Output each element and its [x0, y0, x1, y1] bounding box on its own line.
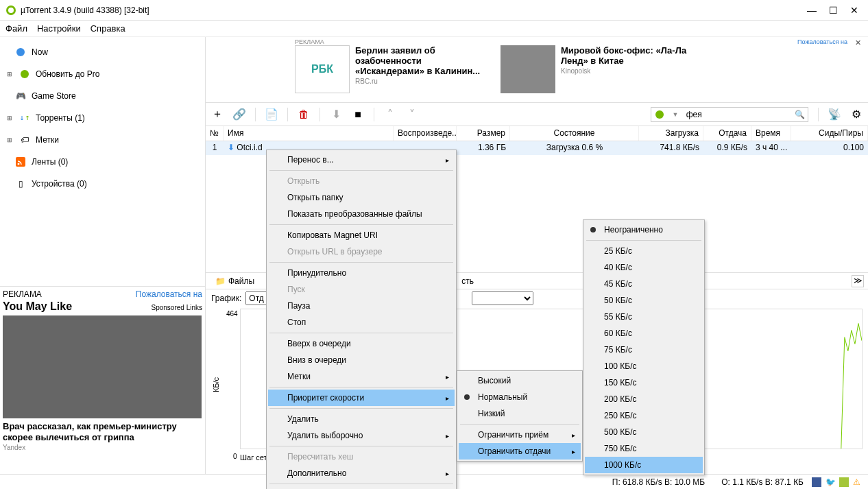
ctx-limit-upload[interactable]: Ограничить отдачи▸ — [459, 443, 581, 460]
menu-file[interactable]: Файл — [5, 23, 27, 34]
move-up-button[interactable]: ˄ — [384, 108, 396, 121]
col-play[interactable]: Воспроизведе... — [394, 126, 457, 141]
tab-files[interactable]: 📁Файлы — [210, 275, 260, 287]
ctx-speed-750[interactable]: 750 КБ/с — [585, 440, 703, 457]
ad-close-icon[interactable]: ✕ — [855, 38, 861, 47]
dropdown-icon[interactable]: ▼ — [667, 111, 683, 118]
search-input[interactable] — [684, 110, 792, 119]
expander-icon[interactable]: ⊞ — [7, 71, 14, 77]
ctx-speed-unlimited[interactable]: Неограниченно — [585, 222, 703, 238]
ctx-advanced[interactable]: Дополнительно▸ — [268, 465, 455, 481]
minimize-button[interactable]: — — [807, 5, 817, 16]
ctx-copy-magnet[interactable]: Копировать Magnet URI — [268, 227, 455, 243]
y-axis-min: 0 — [233, 453, 237, 460]
settings-button[interactable]: ⚙ — [850, 108, 863, 121]
status-upload[interactable]: О: 1.1 КБ/s В: 87.1 КБ — [721, 477, 804, 487]
ctx-bandwidth-priority[interactable]: Приоритет скорости▸ — [268, 390, 455, 406]
ad-block-2[interactable]: Мировой бокс-офис: «Ла-Ла Ленд» в Китае … — [501, 45, 698, 99]
ctx-remove-and[interactable]: Удалить выборочно▸ — [268, 427, 455, 444]
sidebar-item-labels[interactable]: ⊞ 🏷 Метки — [0, 129, 205, 151]
add-torrent-button[interactable]: ＋ — [211, 108, 224, 121]
tab-speed[interactable]: сть — [456, 275, 479, 287]
ad-image[interactable] — [3, 315, 202, 418]
ad-label: РЕКЛАМА — [3, 289, 42, 299]
ctx-priority-high[interactable]: Высокий — [459, 372, 581, 389]
ad-report-link[interactable]: Пожаловаться на — [136, 289, 202, 299]
ctx-show-converted[interactable]: Показать преобразованные файлы — [268, 206, 455, 222]
delete-button[interactable]: 🗑 — [298, 108, 310, 121]
ctx-stop[interactable]: Стоп — [268, 314, 455, 331]
ctx-speed-500[interactable]: 500 КБ/с — [585, 424, 703, 440]
ad-report-link[interactable]: Пожаловаться на — [797, 38, 847, 45]
ctx-speed-40[interactable]: 40 КБ/с — [585, 259, 703, 276]
menu-settings[interactable]: Настройки — [37, 23, 81, 34]
svg-point-5 — [18, 163, 20, 165]
ctx-open-folder[interactable]: Открыть папку — [268, 189, 455, 206]
ctx-priority-normal[interactable]: Нормальный — [459, 389, 581, 405]
warning-icon[interactable]: ⚠ — [853, 477, 863, 487]
ctx-move-to[interactable]: Перенос в...▸ — [268, 152, 455, 168]
ctx-speed-1000[interactable]: 1000 КБ/с — [585, 457, 703, 473]
expander-icon[interactable]: ⊞ — [7, 136, 14, 143]
sponsored-label: Sponsored Links — [152, 304, 203, 311]
sidebar-item-feeds[interactable]: Ленты (0) — [0, 151, 205, 173]
move-down-button[interactable]: ˅ — [406, 108, 418, 121]
col-name[interactable]: Имя — [224, 126, 394, 141]
ctx-speed-100[interactable]: 100 КБ/с — [585, 358, 703, 374]
ctx-speed-55[interactable]: 55 КБ/с — [585, 309, 703, 325]
sidebar-item-devices[interactable]: ▯ Устройства (0) — [0, 173, 205, 195]
ctx-speed-75[interactable]: 75 КБ/с — [585, 342, 703, 358]
create-torrent-button[interactable]: 📄 — [265, 108, 278, 121]
ctx-speed-200[interactable]: 200 КБ/с — [585, 391, 703, 407]
ctx-speed-50[interactable]: 50 КБ/с — [585, 292, 703, 309]
ctx-update-tracker[interactable]: Обновить трекер — [268, 486, 455, 489]
ctx-limit-download[interactable]: Ограничить приём▸ — [459, 427, 581, 443]
sidebar-item-gamestore[interactable]: 🎮 Game Store — [0, 85, 205, 107]
y-axis-label: КБ/с — [212, 377, 220, 392]
toolbar: ＋ 🔗 📄 🗑 ⬇ ■ ˄ ˅ ▼ 🔍 📡 ⚙ — [206, 103, 868, 126]
twitter-icon[interactable]: 🐦 — [825, 477, 835, 487]
ctx-labels[interactable]: Метки▸ — [268, 368, 455, 385]
cell-time: 3 ч 40 ... — [751, 141, 791, 155]
sidebar-item-upgrade[interactable]: ⊞ Обновить до Pro — [0, 63, 205, 85]
col-down[interactable]: Загрузка — [639, 126, 703, 141]
stop-button[interactable]: ■ — [352, 108, 364, 121]
ctx-remove[interactable]: Удалить — [268, 411, 455, 427]
panel-options-button[interactable]: ≫ — [852, 275, 864, 287]
android-icon[interactable] — [839, 477, 849, 487]
ctx-queue-up[interactable]: Вверх в очереди — [268, 335, 455, 352]
remote-button[interactable]: 📡 — [828, 108, 841, 121]
ad-block-1[interactable]: РБК Берлин заявил об озабоченности «Иска… — [295, 45, 492, 99]
col-status[interactable]: Состояние — [510, 126, 639, 141]
menu-help[interactable]: Справка — [91, 23, 125, 34]
col-peers[interactable]: Сиды/Пиры — [791, 126, 868, 141]
ctx-force[interactable]: Принудительно — [268, 265, 455, 281]
close-button[interactable]: ✕ — [850, 5, 858, 16]
facebook-icon[interactable] — [812, 477, 821, 487]
start-button[interactable]: ⬇ — [330, 108, 342, 121]
sidebar-item-now[interactable]: Now — [0, 41, 205, 63]
ctx-priority-low[interactable]: Низкий — [459, 405, 581, 422]
ctx-pause[interactable]: Пауза — [268, 298, 455, 314]
expander-icon[interactable]: ⊞ — [7, 115, 14, 121]
graph-period-select[interactable] — [472, 291, 533, 305]
ctx-speed-60[interactable]: 60 КБ/с — [585, 325, 703, 342]
ctx-speed-150[interactable]: 150 КБ/с — [585, 374, 703, 391]
search-icon[interactable]: 🔍 — [792, 110, 808, 119]
cell-size: 1.36 ГБ — [457, 141, 510, 155]
ctx-speed-45[interactable]: 45 КБ/с — [585, 276, 703, 292]
ctx-queue-down[interactable]: Вниз в очереди — [268, 352, 455, 368]
col-size[interactable]: Размер — [457, 126, 510, 141]
col-num[interactable]: № — [206, 126, 224, 141]
ctx-speed-25[interactable]: 25 КБ/с — [585, 243, 703, 259]
sidebar-item-torrents[interactable]: ⊞ Торренты (1) — [0, 107, 205, 129]
search-box[interactable]: ▼ 🔍 — [651, 107, 808, 122]
ctx-speed-250[interactable]: 250 КБ/с — [585, 407, 703, 424]
maximize-button[interactable]: ☐ — [829, 5, 838, 16]
col-up[interactable]: Отдача — [703, 126, 751, 141]
add-url-button[interactable]: 🔗 — [233, 108, 245, 121]
ad-headline[interactable]: Врач рассказал, как премьер-министру ско… — [3, 421, 202, 442]
status-download[interactable]: П: 618.8 КБ/s В: 10.0 МБ — [612, 477, 705, 487]
col-time[interactable]: Время — [751, 126, 791, 141]
utorrent-search-icon[interactable] — [651, 110, 667, 119]
